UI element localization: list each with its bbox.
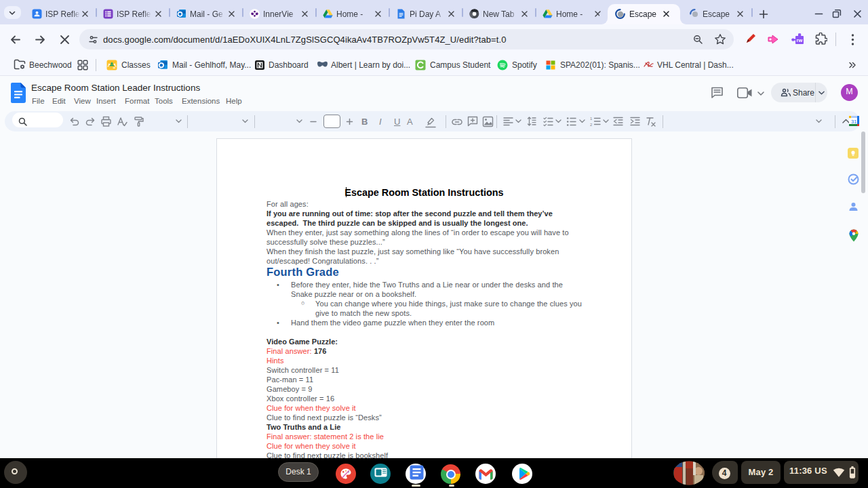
svg-text:1: 1	[590, 117, 593, 121]
svg-text:rw: rw	[797, 37, 803, 43]
svg-text:31: 31	[851, 119, 856, 125]
svg-text:2: 2	[590, 123, 593, 127]
